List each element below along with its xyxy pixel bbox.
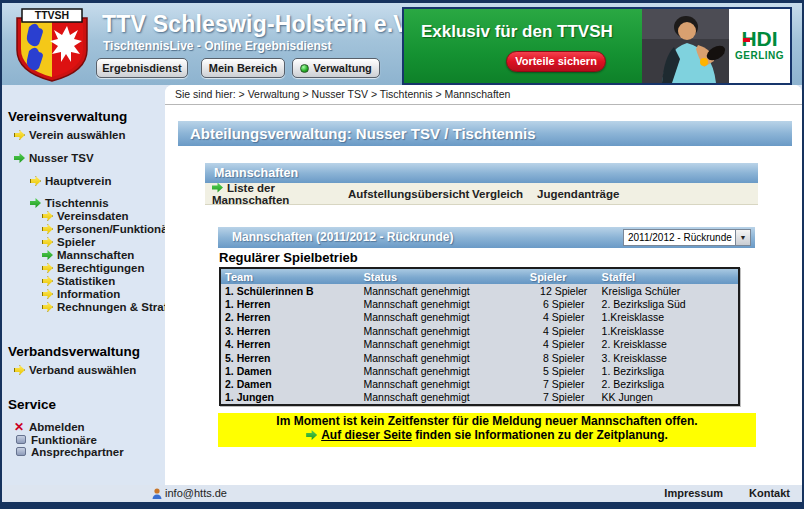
season-bar: Mannschaften (2011/2012 - Rückrunde) 201… — [218, 227, 755, 248]
table-row[interactable]: 2. HerrenMannschaft genehmigt4 Spieler1.… — [220, 311, 739, 324]
ad-player-photo — [642, 9, 729, 83]
menu-item-jugendantraege[interactable]: Jugendanträge — [537, 188, 619, 200]
cell-team: 1. Herren — [220, 297, 359, 310]
cell-spieler: 8 Spieler — [526, 351, 598, 364]
footer-link-impressum[interactable]: Impressum — [664, 487, 723, 499]
column-header-staffel: Staffel — [598, 268, 739, 284]
footer-email-link[interactable]: info@htts.de — [152, 487, 227, 499]
cell-team: 1. Jungen — [220, 391, 359, 404]
arrow-icon — [42, 211, 53, 221]
sidebar-item-label: Funktionäre — [31, 434, 97, 446]
cell-status: Mannschaft genehmigt — [359, 338, 525, 351]
menu-item-vergleich[interactable]: Vergleich — [472, 188, 537, 200]
cell-team: 1. Schülerinnen B — [220, 284, 359, 297]
arrow-icon — [42, 224, 53, 234]
cell-staffel: 3. Kreisklasse — [598, 351, 739, 364]
sidebar-item-funktionaere[interactable]: Funktionäre — [8, 434, 165, 447]
cell-spieler: 7 Spieler — [526, 378, 598, 391]
season-select[interactable]: 2011/2012 - Rückrunde ▼ — [623, 229, 751, 246]
arrow-icon — [306, 430, 317, 440]
table-row[interactable]: 1. JungenMannschaft genehmigt7 SpielerKK… — [220, 391, 739, 404]
sidebar-section-service: Service — [8, 397, 165, 412]
cell-status: Mannschaft genehmigt — [359, 378, 525, 391]
nav-button-mein-bereich[interactable]: Mein Bereich — [201, 58, 285, 78]
site-subtitle: TischtennisLive - Online Ergebnisdienst — [103, 39, 332, 53]
cell-spieler: 4 Spieler — [526, 324, 598, 337]
sidebar-item-verband-auswaehlen[interactable]: Verband auswählen — [8, 364, 165, 377]
sidebar-item-label: Mannschaften — [57, 249, 134, 261]
sidebar-item-label: Nusser TSV — [29, 152, 94, 164]
table-row[interactable]: 5. HerrenMannschaft genehmigt8 Spieler3.… — [220, 351, 739, 364]
chevron-down-icon[interactable]: ▼ — [735, 230, 750, 245]
frame-left — [0, 0, 2, 509]
notice-link[interactable]: Auf dieser Seite — [321, 428, 412, 442]
arrow-icon — [14, 153, 25, 163]
sidebar-item-nusser-tsv[interactable]: Nusser TSV — [8, 152, 165, 165]
table-header-row: Team Status Spieler Staffel — [220, 268, 739, 284]
frame-bottom — [0, 502, 804, 509]
cell-staffel: Kreisliga Schüler — [598, 284, 739, 297]
arrow-icon — [30, 198, 41, 208]
sidebar: Vereinsverwaltung Verein auswählen Nusse… — [2, 85, 165, 485]
sidebar-item-berechtigungen[interactable]: Berechtigungen — [8, 262, 165, 275]
cell-staffel: 1.Kreisklasse — [598, 311, 739, 324]
arrow-icon — [14, 130, 25, 140]
footer-link-kontakt[interactable]: Kontakt — [749, 487, 790, 499]
arrow-icon — [42, 276, 53, 286]
hdi-red-mark-icon — [743, 38, 750, 42]
contact-card-icon — [16, 435, 26, 444]
arrow-icon — [42, 289, 53, 299]
table-row[interactable]: 4. HerrenMannschaft genehmigt4 Spieler2.… — [220, 338, 739, 351]
sidebar-item-ansprechpartner[interactable]: Ansprechpartner — [8, 446, 165, 459]
ttvsh-crest-logo: TTVSH — [9, 6, 95, 84]
cell-team: 1. Damen — [220, 364, 359, 377]
sidebar-item-spieler[interactable]: Spieler — [8, 236, 165, 249]
sidebar-item-mannschaften[interactable]: Mannschaften — [8, 249, 165, 262]
sidebar-item-statistiken[interactable]: Statistiken — [8, 275, 165, 288]
footer-links: Impressum Kontakt — [664, 487, 790, 499]
sidebar-item-hauptverein[interactable]: Hauptverein — [8, 175, 165, 188]
ad-banner[interactable]: Exklusiv für den TTVSH Vorteile sichern … — [402, 7, 792, 85]
sidebar-item-vereinsdaten[interactable]: Vereinsdaten — [8, 210, 165, 223]
arrow-icon — [42, 263, 53, 273]
nav-button-verwaltung[interactable]: Verwaltung — [292, 58, 380, 78]
cell-status: Mannschaft genehmigt — [359, 297, 525, 310]
table-row[interactable]: 3. HerrenMannschaft genehmigt4 Spieler1.… — [220, 324, 739, 337]
sidebar-item-personen-funktionaere[interactable]: Personen/Funktionäre — [8, 223, 165, 236]
sidebar-item-label: Statistiken — [57, 275, 115, 287]
brand-hdi: HDI — [741, 29, 777, 49]
cell-spieler: 4 Spieler — [526, 338, 598, 351]
cell-status: Mannschaft genehmigt — [359, 364, 525, 377]
cell-staffel: 2. Kreisklasse — [598, 338, 739, 351]
logo-text: TTVSH — [35, 9, 69, 21]
footer-email-text: info@htts.de — [165, 487, 227, 499]
breadcrumb[interactable]: Sie sind hier: > Verwaltung > Nusser TSV… — [165, 85, 802, 105]
table-row[interactable]: 1. Schülerinnen BMannschaft genehmigt12 … — [220, 284, 739, 297]
notice-line1: Im Moment ist kein Zeitfenster für die M… — [218, 414, 756, 428]
arrow-icon — [42, 302, 53, 312]
menu-item-liste-der-mannschaften[interactable]: Liste der Mannschaften — [212, 182, 348, 206]
sidebar-item-label: Abmelden — [29, 421, 85, 433]
cell-status: Mannschaft genehmigt — [359, 391, 525, 404]
table-row[interactable]: 2. DamenMannschaft genehmigt7 Spieler2. … — [220, 378, 739, 391]
season-bar-title: Mannschaften (2011/2012 - Rückrunde) — [232, 230, 453, 244]
sidebar-item-rechnungen-strafen[interactable]: Rechnungen & Strafen — [8, 301, 165, 314]
sidebar-item-abmelden[interactable]: ✕Abmelden — [8, 421, 165, 434]
sidebar-item-label: Spieler — [57, 236, 95, 248]
page: TTVSH TTV Schleswig-Holstein e.V. Tischt… — [0, 0, 804, 509]
ad-cta-button[interactable]: Vorteile sichern — [506, 51, 606, 72]
table-row[interactable]: 1. HerrenMannschaft genehmigt6 Spieler2.… — [220, 297, 739, 310]
sidebar-item-verein-auswaehlen[interactable]: Verein auswählen — [8, 129, 165, 142]
sidebar-item-label: Rechnungen & Strafen — [57, 301, 181, 313]
cell-status: Mannschaft genehmigt — [359, 324, 525, 337]
menu-item-aufstellungsuebersicht[interactable]: Aufstellungsübersicht — [348, 188, 472, 200]
arrow-icon — [42, 237, 53, 247]
sidebar-item-tischtennis[interactable]: Tischtennis — [8, 197, 165, 210]
brand-gerling: GERLING — [729, 50, 790, 61]
nav-button-ergebnisdienst[interactable]: Ergebnisdienst — [96, 58, 188, 78]
sidebar-section-vereinsverwaltung: Vereinsverwaltung — [8, 109, 165, 124]
person-icon — [152, 488, 162, 499]
table-row[interactable]: 1. DamenMannschaft genehmigt5 Spieler1. … — [220, 364, 739, 377]
sidebar-item-label: Tischtennis — [45, 197, 109, 209]
sidebar-item-information[interactable]: Information — [8, 288, 165, 301]
